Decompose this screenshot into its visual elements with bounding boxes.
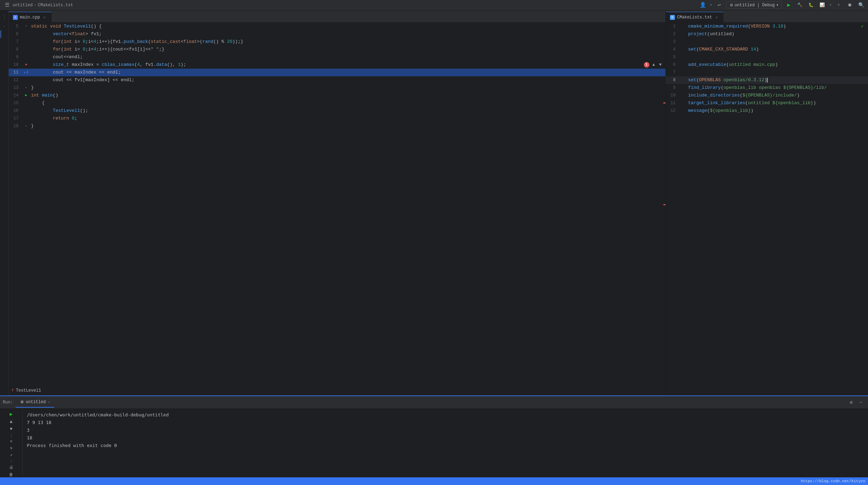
sidebar-toggle[interactable]: ⋮ <box>0 10 8 23</box>
panel-output: /Users/chen/work/untitled/cmake-build-de… <box>23 408 868 477</box>
panel-up-btn[interactable]: ▲ <box>8 419 15 424</box>
code-line-16: 16 TestLevel1(); <box>9 107 665 115</box>
panel-delete-btn[interactable]: 🗑 <box>8 472 15 477</box>
tab-main-cpp[interactable]: C main.cpp ✕ <box>9 12 52 22</box>
top-bar-left: ☰ untitled › CMakeLists.txt <box>3 1 699 9</box>
cmake-line-7: 7 <box>666 69 868 76</box>
panel-divider2 <box>11 460 12 463</box>
run-config[interactable]: 🖥 untitled | Debug ▾ <box>726 1 782 9</box>
code-line-12: 12 cout << fv1[maxIndex] << endl; <box>9 76 665 84</box>
cmake-tab-label: CMakeLists.txt <box>677 15 712 20</box>
cmake-pane: C CMakeLists.txt ✕ 1 cmake_minimum_requi… <box>666 10 868 395</box>
panel-settings-btn[interactable]: ⚙ <box>847 398 855 407</box>
cmake-line-5: 5 <box>666 53 868 61</box>
current-line-indicator: ▶ <box>24 69 26 76</box>
hamburger-icon[interactable]: ☰ <box>3 1 11 9</box>
run-toolbar-btn[interactable]: ▶ <box>785 1 793 9</box>
stop-btn[interactable]: ⏹ <box>846 1 854 9</box>
cmake-line-11: 11 target_link_libraries(untitled ${open… <box>666 99 868 107</box>
output-path: /Users/chen/work/untitled/cmake-build-de… <box>27 411 864 419</box>
cmake-line-1: 1 cmake_minimum_required(VERSION 3.18) ✓ <box>666 23 868 30</box>
editor-breadcrumb-bar: f TestLevel1 <box>9 386 665 395</box>
cmake-code-editor[interactable]: 1 cmake_minimum_required(VERSION 3.18) ✓… <box>666 23 868 395</box>
panel-divider1 <box>11 434 12 437</box>
code-line-8: 8 for(int i= 0;i<4;i++){cout<<fv1[i]<<" … <box>9 46 665 53</box>
current-line-marker <box>0 30 1 38</box>
profile-run-btn[interactable]: ⚡ <box>835 1 843 9</box>
code-line-15: 15 { <box>9 99 665 107</box>
error-icon-breadcrumb: f <box>12 388 14 393</box>
top-bar-right: 👤 ▾ ↩ 🖥 untitled | Debug ▾ ▶ 🔨 🐛 📊 ▾ ⚡ ⏹… <box>699 1 865 9</box>
panel-list-btn[interactable]: ≡ <box>8 439 15 444</box>
panel-tab-close[interactable]: ✕ <box>48 400 50 404</box>
debug-btn[interactable]: 🐛 <box>807 1 815 9</box>
error-scroll-mark <box>663 102 665 103</box>
error-count: 1 <box>644 62 649 68</box>
code-lines: 5 ▾ static void TestLevel1() { 6 vector<… <box>9 23 665 386</box>
back-icon[interactable]: ↩ <box>715 1 723 9</box>
code-line-14: 14 ▶ int main() <box>9 92 665 99</box>
panel-content: ▶ ▲ ▼ ≡ ⇅ ↗ 🖨 🗑 /Users/chen/work/untitle… <box>0 408 868 477</box>
profile-icon[interactable]: 👤 <box>699 1 707 9</box>
cmake-code-lines: 1 cmake_minimum_required(VERSION 3.18) ✓… <box>666 23 868 395</box>
run-arrow[interactable]: ▶ <box>25 92 27 99</box>
panel-external-btn[interactable]: ↗ <box>8 452 15 457</box>
cmake-line-12: 12 message(${openblas_lib}) <box>666 107 868 115</box>
breadcrumb-project: untitled <box>13 3 33 8</box>
code-line-5: 5 ▾ static void TestLevel1() { <box>9 23 665 30</box>
left-code-editor[interactable]: 5 ▾ static void TestLevel1() { 6 vector<… <box>9 23 665 386</box>
tab-main-cpp-close[interactable]: ✕ <box>42 15 47 20</box>
breadcrumb-file: CMakeLists.txt <box>38 3 73 8</box>
error-scroll-mark2 <box>663 204 665 205</box>
run-config-label: untitled | Debug <box>734 3 775 8</box>
cmake-line-6: 6 add_executable(untitled main.cpp) <box>666 61 868 69</box>
panel-print-btn[interactable]: 🖨 <box>8 465 15 470</box>
output-finished: Process finished with exit code 0 <box>27 442 864 449</box>
cpp-file-icon: C <box>13 15 18 20</box>
search-icon[interactable]: 🔍 <box>857 1 865 9</box>
tab-main-cpp-label: main.cpp <box>20 15 40 20</box>
cmake-line-9: 9 find_library(openblas_lib openblas ${O… <box>666 84 868 92</box>
code-line-11: 11 ▶ ‖ cout << maxIndex << endl; <box>9 69 665 76</box>
run-config-chevron: ▾ <box>776 2 779 8</box>
coverage-btn[interactable]: 📊 <box>818 1 827 9</box>
code-line-10: 10 ● size_t maxIndex = cblas_isamax(4, f… <box>9 61 665 69</box>
cmake-checkmark: ✓ <box>861 23 864 30</box>
cmake-line-2: 2 project(untitled) <box>666 30 868 38</box>
expand-all[interactable]: › <box>0 23 8 30</box>
status-bar-url: https://blog.csdn.net/kityzo <box>801 479 865 483</box>
cmake-line-3: 3 <box>666 38 868 46</box>
cmake-tab-close[interactable]: ✕ <box>714 15 719 20</box>
breadcrumb: untitled › CMakeLists.txt <box>13 3 73 8</box>
panel-controls: ⚙ — <box>847 398 865 407</box>
cmake-line-10: 10 include_directories(${OPENBLAS}/inclu… <box>666 92 868 99</box>
error-scrollbar <box>663 23 665 386</box>
cmake-tab-bar: C CMakeLists.txt ✕ <box>666 10 868 23</box>
code-line-17: 17 return 0; <box>9 115 665 122</box>
panel-minimize-btn[interactable]: — <box>857 398 865 407</box>
error-prev[interactable]: ▲ <box>652 60 656 69</box>
panel-down-btn[interactable]: ▼ <box>8 426 15 432</box>
panel-sort-btn[interactable]: ⇅ <box>8 446 15 450</box>
breakpoint-indicator: ‖ <box>26 69 28 76</box>
bottom-panel-header: Run: 🖥 untitled ✕ ⚙ — <box>0 396 868 408</box>
bottom-panel: Run: 🖥 untitled ✕ ⚙ — ▶ ▲ ▼ ≡ ⇅ ↗ 🖨 🗑 /U… <box>0 395 868 477</box>
top-bar: ☰ untitled › CMakeLists.txt 👤 ▾ ↩ 🖥 unti… <box>0 0 868 10</box>
panel-sidebar: ▶ ▲ ▼ ≡ ⇅ ↗ 🖨 🗑 <box>0 408 23 477</box>
panel-tab-untitled[interactable]: 🖥 untitled ✕ <box>16 397 54 408</box>
error-indicator: ● <box>25 61 27 69</box>
build-btn[interactable]: 🔨 <box>796 1 804 9</box>
tab-cmake[interactable]: C CMakeLists.txt ✕ <box>666 12 723 22</box>
panel-run-btn[interactable]: ▶ <box>8 411 15 417</box>
code-line-18: 18 ▸ } <box>9 122 665 130</box>
editor-tab-bar: C main.cpp ✕ <box>9 10 665 23</box>
output-result1: 3 <box>27 426 864 434</box>
breadcrumb-sep1: › <box>34 3 37 8</box>
error-next[interactable]: ▼ <box>658 60 663 69</box>
left-editor-pane: C main.cpp ✕ 5 ▾ static void TestLevel1(… <box>9 10 666 395</box>
cmake-line-4: 4 set(CMAKE_CXX_STANDARD 14) <box>666 46 868 53</box>
editor-area: ⋮ › C main.cpp ✕ 5 ▾ static void TestLev… <box>0 10 868 395</box>
code-line-13: 13 ▸ } <box>9 84 665 92</box>
code-line-9: 9 cout<<endl; <box>9 53 665 61</box>
output-result2: 18 <box>27 434 864 442</box>
